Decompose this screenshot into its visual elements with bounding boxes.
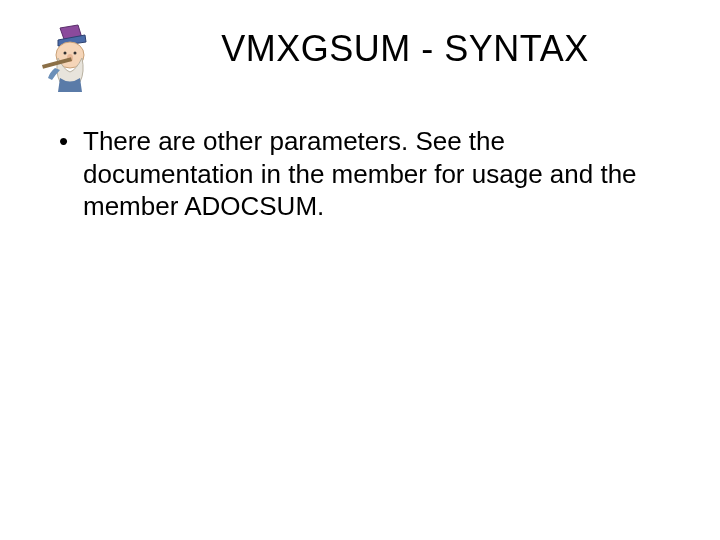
bullet-list: There are other parameters. See the docu… xyxy=(55,125,670,223)
slide-container: VMXGSUM - SYNTAX There are other paramet… xyxy=(0,0,720,540)
slide-content: There are other parameters. See the docu… xyxy=(30,125,690,223)
slide-header: VMXGSUM - SYNTAX xyxy=(30,20,690,95)
slide-title: VMXGSUM - SYNTAX xyxy=(120,20,690,70)
svg-point-1 xyxy=(64,52,67,55)
bullet-item: There are other parameters. See the docu… xyxy=(55,125,670,223)
wizard-logo xyxy=(30,20,110,95)
svg-point-2 xyxy=(74,52,77,55)
